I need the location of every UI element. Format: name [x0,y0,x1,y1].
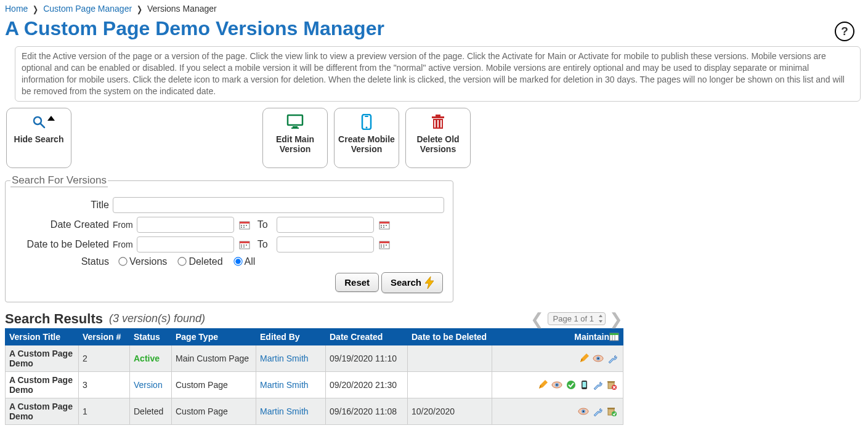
status-version-link[interactable]: Version [134,380,163,390]
pager-prev[interactable]: ❮ [530,311,544,327]
cell-todel [408,371,492,398]
edit-main-button[interactable]: Edit Main Version [262,108,328,168]
calendar-icon[interactable] [379,220,390,230]
pager-select[interactable]: Page 1 of 1 [548,312,606,325]
restore-icon[interactable] [606,406,617,417]
action-row: Hide Search Edit Main Version Create Mob… [6,108,863,168]
status-versions-radio[interactable] [118,257,127,265]
th-num[interactable]: Version # [79,328,130,345]
results-table: Version Title Version # Status Page Type… [5,328,623,425]
to-label: To [258,239,268,250]
cell-editedby: Martin Smith [256,398,326,424]
th-status[interactable]: Status [130,328,172,345]
status-all-radio[interactable] [233,257,242,265]
date-created-label: Date Created [10,219,113,230]
columns-icon[interactable] [609,332,619,342]
from-label: From [113,240,133,249]
status-deleted-label: Deleted [189,256,222,267]
search-icon [32,115,46,129]
status-deleted-radio[interactable] [178,257,187,265]
editedby-link[interactable]: Martin Smith [260,406,309,416]
date-deleted-from-input[interactable] [137,236,234,252]
monitor-icon [286,114,304,130]
to-label: To [258,219,268,230]
status-all-label: All [245,256,256,267]
results-bar: Search Results (3 version(s) found) ❮ Pa… [5,311,863,327]
calendar-icon[interactable] [239,240,250,249]
th-title[interactable]: Version Title [6,328,79,345]
breadcrumb-cpm[interactable]: Custom Page Manager [43,4,132,14]
view-icon[interactable] [551,381,562,389]
cell-todel: 10/20/2020 [408,398,492,424]
cell-num: 3 [79,371,130,398]
date-created-to-input[interactable] [277,217,374,233]
status-label: Status [10,256,113,267]
breadcrumb: Home ❯ Custom Page Manager ❯ Versions Ma… [5,2,863,16]
hide-search-button[interactable]: Hide Search [6,108,71,168]
chevron-right-icon: ❯ [33,4,38,15]
table-row: A Custom Page Demo 3 Version Custom Page… [6,371,623,398]
cell-maintain [492,345,623,371]
th-type[interactable]: Page Type [172,328,256,345]
cell-maintain [492,398,623,424]
pager: ❮ Page 1 of 1 ❯ [530,311,623,327]
search-button[interactable]: Search [381,272,443,293]
delete-old-label: Delete Old Versions [408,134,468,154]
cell-editedby: Martin Smith [256,371,326,398]
date-deleted-label: Date to be Deleted [10,239,113,250]
cell-created: 09/16/2020 11:08 [326,398,408,424]
th-todel[interactable]: Date to be Deleted [408,328,492,345]
th-created[interactable]: Date Created [326,328,408,345]
title-input[interactable] [113,197,444,213]
calendar-icon[interactable] [379,240,390,249]
cell-status: Deleted [130,398,172,424]
chevron-right-icon: ❯ [137,4,142,15]
cell-created: 09/19/2020 11:10 [326,345,408,371]
cell-maintain [492,371,623,398]
breadcrumb-current: Versions Manager [147,4,217,14]
view-icon[interactable] [578,407,589,416]
collapse-arrow-icon [47,116,55,121]
settings-icon[interactable] [593,380,602,390]
table-row: A Custom Page Demo 1 Deleted Custom Page… [6,398,623,424]
bolt-icon [425,277,434,289]
view-icon[interactable] [593,354,604,363]
cell-num: 2 [79,345,130,371]
pager-next[interactable]: ❯ [609,311,623,327]
calendar-icon[interactable] [239,220,250,230]
cell-type: Main Custom Page [172,345,256,371]
edit-icon[interactable] [538,380,548,390]
date-created-from-input[interactable] [137,217,234,233]
date-deleted-to-input[interactable] [277,236,374,252]
th-maintain[interactable]: Maintain [492,328,623,345]
from-label: From [113,220,133,230]
cell-status: Active [130,345,172,371]
cell-type: Custom Page [172,398,256,424]
results-heading: Search Results [5,311,103,327]
reset-button[interactable]: Reset [335,273,379,292]
settings-icon[interactable] [607,353,617,363]
info-box: Edit the Active version of the page or a… [15,46,861,102]
cell-editedby: Martin Smith [256,345,326,371]
title-label: Title [10,200,113,211]
help-icon[interactable]: ? [835,22,854,41]
results-count: (3 version(s) found) [109,312,205,325]
cell-created: 09/20/2020 21:30 [326,371,408,398]
search-legend: Search For Versions [10,174,108,187]
th-editedby[interactable]: Edited By [256,328,326,345]
create-mobile-label: Create Mobile Version [337,134,396,154]
cell-todel [408,345,492,371]
editedby-link[interactable]: Martin Smith [260,380,309,390]
cell-title: A Custom Page Demo [6,398,79,424]
approve-icon[interactable] [566,380,576,390]
cell-num: 1 [79,398,130,424]
settings-icon[interactable] [593,406,602,416]
edit-icon[interactable] [579,353,589,363]
breadcrumb-home[interactable]: Home [5,4,28,14]
edit-main-label: Edit Main Version [266,134,325,154]
create-mobile-button[interactable]: Create Mobile Version [334,108,399,168]
delete-old-button[interactable]: Delete Old Versions [405,108,471,168]
delete-icon[interactable] [606,379,617,390]
editedby-link[interactable]: Martin Smith [260,353,309,363]
activate-mobile-icon[interactable] [580,380,589,390]
